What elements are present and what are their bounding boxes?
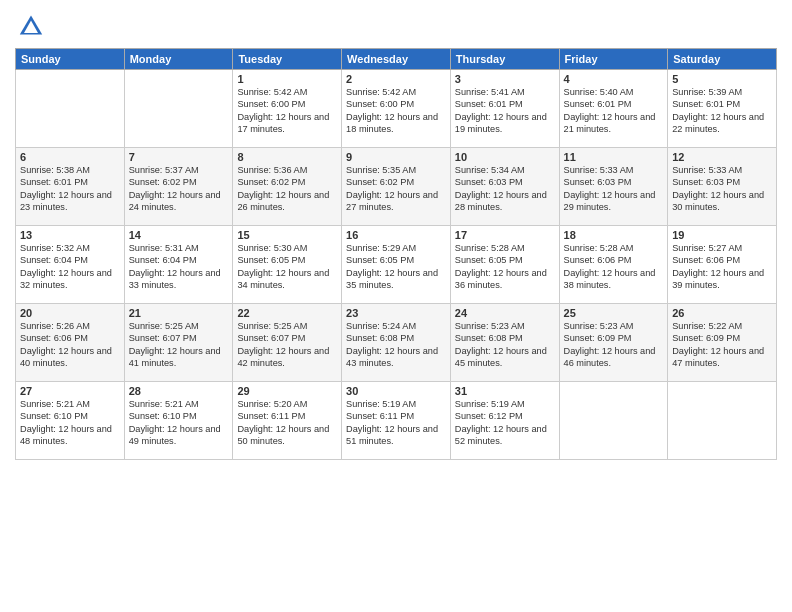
calendar-week-5: 27Sunrise: 5:21 AM Sunset: 6:10 PM Dayli… <box>16 382 777 460</box>
calendar-cell: 7Sunrise: 5:37 AM Sunset: 6:02 PM Daylig… <box>124 148 233 226</box>
day-info: Sunrise: 5:37 AM Sunset: 6:02 PM Dayligh… <box>129 164 229 214</box>
day-info: Sunrise: 5:21 AM Sunset: 6:10 PM Dayligh… <box>129 398 229 448</box>
day-number: 3 <box>455 73 555 85</box>
calendar-cell: 31Sunrise: 5:19 AM Sunset: 6:12 PM Dayli… <box>450 382 559 460</box>
logo-icon <box>17 12 45 40</box>
day-number: 15 <box>237 229 337 241</box>
day-info: Sunrise: 5:30 AM Sunset: 6:05 PM Dayligh… <box>237 242 337 292</box>
calendar-week-1: 1Sunrise: 5:42 AM Sunset: 6:00 PM Daylig… <box>16 70 777 148</box>
weekday-header-sunday: Sunday <box>16 49 125 70</box>
day-info: Sunrise: 5:41 AM Sunset: 6:01 PM Dayligh… <box>455 86 555 136</box>
day-number: 18 <box>564 229 664 241</box>
day-info: Sunrise: 5:40 AM Sunset: 6:01 PM Dayligh… <box>564 86 664 136</box>
day-number: 13 <box>20 229 120 241</box>
day-info: Sunrise: 5:35 AM Sunset: 6:02 PM Dayligh… <box>346 164 446 214</box>
calendar-week-3: 13Sunrise: 5:32 AM Sunset: 6:04 PM Dayli… <box>16 226 777 304</box>
day-info: Sunrise: 5:22 AM Sunset: 6:09 PM Dayligh… <box>672 320 772 370</box>
day-number: 10 <box>455 151 555 163</box>
calendar-week-4: 20Sunrise: 5:26 AM Sunset: 6:06 PM Dayli… <box>16 304 777 382</box>
header-row <box>15 10 777 44</box>
calendar-week-2: 6Sunrise: 5:38 AM Sunset: 6:01 PM Daylig… <box>16 148 777 226</box>
day-number: 28 <box>129 385 229 397</box>
calendar-cell <box>124 70 233 148</box>
calendar-cell: 30Sunrise: 5:19 AM Sunset: 6:11 PM Dayli… <box>342 382 451 460</box>
calendar-cell: 10Sunrise: 5:34 AM Sunset: 6:03 PM Dayli… <box>450 148 559 226</box>
day-number: 20 <box>20 307 120 319</box>
day-number: 29 <box>237 385 337 397</box>
calendar-cell: 29Sunrise: 5:20 AM Sunset: 6:11 PM Dayli… <box>233 382 342 460</box>
day-number: 27 <box>20 385 120 397</box>
day-number: 30 <box>346 385 446 397</box>
day-number: 16 <box>346 229 446 241</box>
day-info: Sunrise: 5:23 AM Sunset: 6:09 PM Dayligh… <box>564 320 664 370</box>
day-number: 25 <box>564 307 664 319</box>
calendar-cell: 14Sunrise: 5:31 AM Sunset: 6:04 PM Dayli… <box>124 226 233 304</box>
day-info: Sunrise: 5:39 AM Sunset: 6:01 PM Dayligh… <box>672 86 772 136</box>
calendar-cell: 6Sunrise: 5:38 AM Sunset: 6:01 PM Daylig… <box>16 148 125 226</box>
calendar-cell: 12Sunrise: 5:33 AM Sunset: 6:03 PM Dayli… <box>668 148 777 226</box>
day-number: 23 <box>346 307 446 319</box>
calendar-cell <box>668 382 777 460</box>
weekday-header-thursday: Thursday <box>450 49 559 70</box>
calendar-cell: 2Sunrise: 5:42 AM Sunset: 6:00 PM Daylig… <box>342 70 451 148</box>
day-info: Sunrise: 5:28 AM Sunset: 6:05 PM Dayligh… <box>455 242 555 292</box>
calendar-cell: 15Sunrise: 5:30 AM Sunset: 6:05 PM Dayli… <box>233 226 342 304</box>
day-number: 17 <box>455 229 555 241</box>
day-number: 8 <box>237 151 337 163</box>
calendar-table: SundayMondayTuesdayWednesdayThursdayFrid… <box>15 48 777 460</box>
weekday-header-monday: Monday <box>124 49 233 70</box>
day-number: 1 <box>237 73 337 85</box>
calendar-cell: 23Sunrise: 5:24 AM Sunset: 6:08 PM Dayli… <box>342 304 451 382</box>
day-number: 11 <box>564 151 664 163</box>
day-number: 2 <box>346 73 446 85</box>
day-info: Sunrise: 5:32 AM Sunset: 6:04 PM Dayligh… <box>20 242 120 292</box>
logo <box>15 14 45 44</box>
calendar-cell <box>16 70 125 148</box>
day-info: Sunrise: 5:31 AM Sunset: 6:04 PM Dayligh… <box>129 242 229 292</box>
calendar-cell: 22Sunrise: 5:25 AM Sunset: 6:07 PM Dayli… <box>233 304 342 382</box>
day-info: Sunrise: 5:36 AM Sunset: 6:02 PM Dayligh… <box>237 164 337 214</box>
day-info: Sunrise: 5:33 AM Sunset: 6:03 PM Dayligh… <box>564 164 664 214</box>
day-number: 7 <box>129 151 229 163</box>
day-info: Sunrise: 5:20 AM Sunset: 6:11 PM Dayligh… <box>237 398 337 448</box>
day-info: Sunrise: 5:38 AM Sunset: 6:01 PM Dayligh… <box>20 164 120 214</box>
day-info: Sunrise: 5:34 AM Sunset: 6:03 PM Dayligh… <box>455 164 555 214</box>
day-info: Sunrise: 5:28 AM Sunset: 6:06 PM Dayligh… <box>564 242 664 292</box>
day-info: Sunrise: 5:19 AM Sunset: 6:11 PM Dayligh… <box>346 398 446 448</box>
calendar-cell: 11Sunrise: 5:33 AM Sunset: 6:03 PM Dayli… <box>559 148 668 226</box>
weekday-header-tuesday: Tuesday <box>233 49 342 70</box>
page-container: SundayMondayTuesdayWednesdayThursdayFrid… <box>0 0 792 465</box>
day-info: Sunrise: 5:21 AM Sunset: 6:10 PM Dayligh… <box>20 398 120 448</box>
day-number: 12 <box>672 151 772 163</box>
weekday-header-friday: Friday <box>559 49 668 70</box>
calendar-header-row: SundayMondayTuesdayWednesdayThursdayFrid… <box>16 49 777 70</box>
calendar-cell: 18Sunrise: 5:28 AM Sunset: 6:06 PM Dayli… <box>559 226 668 304</box>
calendar-cell: 24Sunrise: 5:23 AM Sunset: 6:08 PM Dayli… <box>450 304 559 382</box>
calendar-cell: 16Sunrise: 5:29 AM Sunset: 6:05 PM Dayli… <box>342 226 451 304</box>
calendar-cell: 25Sunrise: 5:23 AM Sunset: 6:09 PM Dayli… <box>559 304 668 382</box>
day-number: 22 <box>237 307 337 319</box>
calendar-cell <box>559 382 668 460</box>
calendar-cell: 21Sunrise: 5:25 AM Sunset: 6:07 PM Dayli… <box>124 304 233 382</box>
day-number: 21 <box>129 307 229 319</box>
calendar-cell: 28Sunrise: 5:21 AM Sunset: 6:10 PM Dayli… <box>124 382 233 460</box>
day-info: Sunrise: 5:29 AM Sunset: 6:05 PM Dayligh… <box>346 242 446 292</box>
day-info: Sunrise: 5:25 AM Sunset: 6:07 PM Dayligh… <box>129 320 229 370</box>
day-number: 19 <box>672 229 772 241</box>
day-number: 6 <box>20 151 120 163</box>
day-number: 24 <box>455 307 555 319</box>
calendar-cell: 17Sunrise: 5:28 AM Sunset: 6:05 PM Dayli… <box>450 226 559 304</box>
day-info: Sunrise: 5:27 AM Sunset: 6:06 PM Dayligh… <box>672 242 772 292</box>
calendar-cell: 19Sunrise: 5:27 AM Sunset: 6:06 PM Dayli… <box>668 226 777 304</box>
calendar-cell: 20Sunrise: 5:26 AM Sunset: 6:06 PM Dayli… <box>16 304 125 382</box>
weekday-header-saturday: Saturday <box>668 49 777 70</box>
day-info: Sunrise: 5:23 AM Sunset: 6:08 PM Dayligh… <box>455 320 555 370</box>
day-info: Sunrise: 5:24 AM Sunset: 6:08 PM Dayligh… <box>346 320 446 370</box>
calendar-cell: 5Sunrise: 5:39 AM Sunset: 6:01 PM Daylig… <box>668 70 777 148</box>
calendar-cell: 13Sunrise: 5:32 AM Sunset: 6:04 PM Dayli… <box>16 226 125 304</box>
day-number: 31 <box>455 385 555 397</box>
day-number: 14 <box>129 229 229 241</box>
day-info: Sunrise: 5:19 AM Sunset: 6:12 PM Dayligh… <box>455 398 555 448</box>
day-info: Sunrise: 5:25 AM Sunset: 6:07 PM Dayligh… <box>237 320 337 370</box>
day-info: Sunrise: 5:33 AM Sunset: 6:03 PM Dayligh… <box>672 164 772 214</box>
